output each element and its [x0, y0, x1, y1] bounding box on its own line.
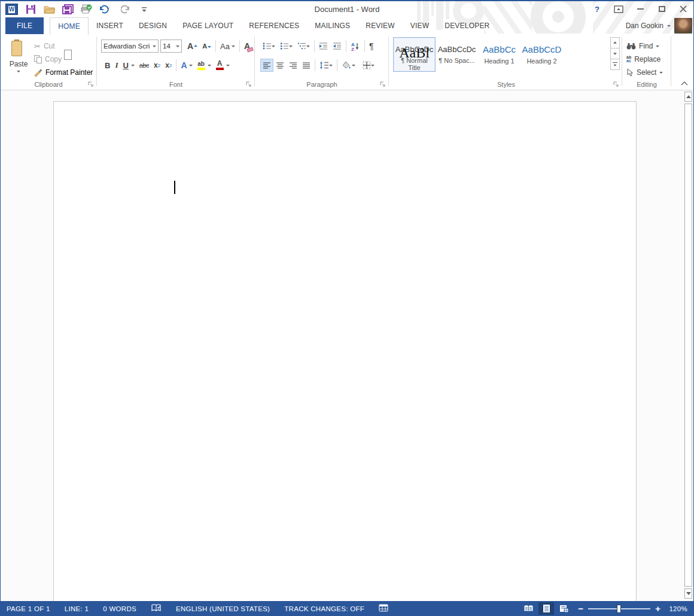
show-hide-pilcrow-button[interactable]: ¶ [367, 40, 376, 53]
multilevel-list-button[interactable] [295, 40, 312, 53]
borders-button[interactable] [360, 59, 377, 72]
style-heading-1[interactable]: AaBbCc Heading 1 [478, 37, 520, 72]
tab-review[interactable]: REVIEW [358, 17, 403, 34]
web-layout-button[interactable] [556, 602, 572, 615]
bold-button[interactable]: B [102, 59, 112, 72]
scrollbar-thumb[interactable] [684, 104, 692, 587]
scroll-up-button[interactable] [684, 92, 692, 102]
chevron-down-icon [659, 72, 663, 75]
tab-design[interactable]: DESIGN [131, 17, 175, 34]
redo-button[interactable] [120, 3, 132, 16]
align-left-button[interactable] [260, 59, 273, 72]
close-button[interactable] [677, 4, 690, 14]
font-dialog-launcher[interactable] [245, 81, 252, 88]
maximize-button[interactable] [655, 4, 668, 14]
tab-home[interactable]: HOME [50, 17, 89, 35]
change-case-button[interactable]: Aa [218, 40, 238, 53]
tab-file[interactable]: FILE [5, 17, 44, 34]
save-icon[interactable] [25, 3, 36, 16]
ribbon-display-options-button[interactable] [612, 4, 625, 14]
vertical-scrollbar[interactable] [684, 91, 693, 602]
copy-button[interactable]: Copy [34, 53, 93, 66]
styles-scroll-up-button[interactable] [610, 37, 620, 48]
open-icon[interactable] [43, 3, 55, 16]
font-family-combo[interactable]: Edwardian Scri [101, 40, 159, 53]
numbered-list-icon [280, 42, 289, 50]
format-painter-button[interactable]: Format Painter [34, 66, 93, 79]
highlight-button[interactable]: ab [195, 59, 208, 72]
help-button[interactable]: ? [590, 4, 604, 14]
styles-more-button[interactable] [610, 59, 620, 70]
tab-page-layout[interactable]: PAGE LAYOUT [175, 17, 241, 34]
macro-recording-icon[interactable] [379, 604, 388, 613]
tab-view[interactable]: VIEW [403, 17, 437, 34]
quick-print-icon[interactable] [80, 3, 92, 16]
select-button[interactable]: Select [626, 66, 663, 79]
increase-indent-button[interactable] [330, 40, 344, 53]
customize-qat-icon[interactable] [138, 3, 150, 16]
zoom-in-button[interactable]: + [655, 603, 660, 614]
zoom-slider-thumb[interactable] [617, 605, 621, 613]
ribbon-home: Paste ✂Cut Copy Format Painter Clipboard [1, 34, 693, 90]
language-indicator[interactable]: ENGLISH (UNITED STATES) [176, 605, 270, 612]
grow-font-button[interactable]: A [185, 40, 200, 53]
tab-references[interactable]: REFERENCES [241, 17, 307, 34]
align-right-button[interactable] [287, 59, 300, 72]
text-effects-button[interactable]: A [178, 59, 194, 72]
align-center-button[interactable] [273, 59, 287, 72]
account-avatar[interactable] [674, 18, 692, 34]
replace-icon: abac [626, 56, 631, 63]
style-no-spacing[interactable]: AaBbCcDc ¶ No Spac... [436, 37, 478, 72]
justify-button[interactable] [300, 59, 313, 72]
underline-button[interactable]: U [120, 59, 136, 72]
shrink-font-button[interactable]: A [200, 40, 214, 53]
word-count[interactable]: 0 WORDS [103, 605, 136, 612]
shading-button[interactable] [339, 59, 358, 72]
paste-button[interactable]: Paste [5, 38, 32, 85]
tab-developer[interactable]: DEVELOPER [437, 17, 497, 34]
document-area[interactable] [1, 91, 693, 602]
numbering-button[interactable] [278, 40, 295, 53]
zoom-out-button[interactable]: − [578, 603, 583, 614]
line-spacing-button[interactable] [317, 59, 335, 72]
save-all-icon[interactable] [62, 3, 74, 16]
line-indicator[interactable]: LINE: 1 [65, 605, 89, 612]
document-page[interactable] [53, 101, 637, 602]
read-mode-button[interactable] [520, 602, 536, 615]
strikethrough-button[interactable]: abc [137, 59, 151, 72]
word-logo-icon[interactable]: W [5, 3, 18, 16]
font-size-combo[interactable]: 14 [160, 40, 182, 53]
sort-button[interactable]: AZ [348, 40, 363, 53]
zoom-slider[interactable] [588, 608, 650, 609]
subscript-button[interactable]: x2 [151, 59, 163, 72]
style-title[interactable]: AaBl Title [393, 41, 436, 75]
scroll-down-button[interactable] [684, 588, 692, 599]
decrease-indent-button[interactable] [316, 40, 330, 53]
paragraph-dialog-launcher[interactable] [379, 81, 386, 88]
italic-button[interactable]: I [112, 59, 120, 72]
track-changes-indicator[interactable]: TRACK CHANGES: OFF [284, 605, 364, 612]
superscript-button[interactable]: x2 [163, 59, 174, 72]
page-indicator[interactable]: PAGE 1 OF 1 [7, 605, 50, 612]
styles-scroll [610, 37, 620, 69]
zoom-level[interactable]: 120% [669, 605, 687, 612]
styles-dialog-launcher[interactable] [613, 81, 620, 88]
collapse-ribbon-button[interactable] [680, 81, 689, 86]
account-menu[interactable]: Dan Gookin [626, 17, 692, 34]
font-color-button[interactable]: A [214, 59, 226, 72]
styles-scroll-down-button[interactable] [610, 48, 620, 59]
style-heading-2[interactable]: AaBbCcD Heading 2 [520, 37, 563, 72]
undo-button[interactable] [99, 3, 113, 16]
print-layout-icon [543, 604, 550, 613]
tab-insert[interactable]: INSERT [89, 17, 131, 34]
cut-button[interactable]: ✂Cut [34, 40, 93, 53]
clipboard-dialog-launcher[interactable] [87, 81, 95, 88]
proofing-status-icon[interactable] [151, 603, 162, 614]
replace-button[interactable]: abac Replace [626, 53, 663, 66]
find-button[interactable]: Find [626, 40, 663, 53]
bullets-button[interactable] [260, 40, 278, 53]
print-layout-button[interactable] [538, 602, 554, 615]
tab-mailings[interactable]: MAILINGS [307, 17, 358, 34]
minimize-button[interactable] [634, 4, 647, 14]
clear-formatting-button[interactable]: A [242, 40, 252, 53]
